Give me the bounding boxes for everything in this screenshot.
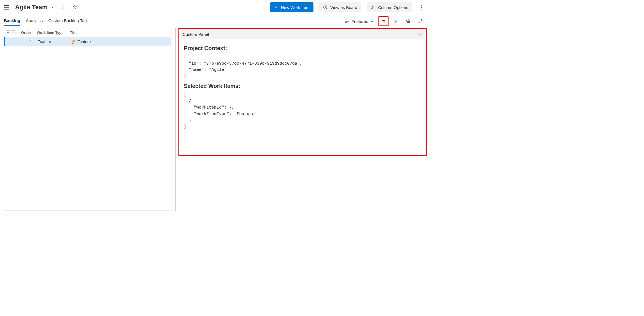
settings-button[interactable]	[403, 16, 413, 26]
grid-header-row: + − Order Work Item Type Title	[4, 28, 171, 37]
table-row[interactable]: 1 Feature 🏆Feature 1	[4, 37, 171, 46]
view-as-board-label: View as Board	[330, 5, 357, 10]
favorite-star-icon[interactable]: ☆	[61, 4, 66, 10]
tab-custom-backlog[interactable]: Custom Backlog Tab	[48, 17, 87, 26]
new-work-item-label: New Work Item	[281, 5, 310, 10]
cell-order: 1	[19, 39, 36, 44]
svg-point-15	[408, 21, 409, 22]
project-context-json: { "id": "77b7e9bc-37d0-4771-839c-919d9dd…	[184, 54, 421, 79]
expand-all-button[interactable]: +	[6, 31, 10, 35]
team-picker[interactable]: Agile Team	[15, 4, 54, 11]
backlog-level-icon	[345, 19, 349, 23]
svg-line-17	[419, 22, 420, 23]
plus-icon	[274, 5, 278, 9]
wrench-icon	[371, 5, 375, 10]
backlog-level-selector[interactable]: Features	[343, 18, 376, 25]
filter-button[interactable]	[391, 16, 401, 26]
side-panel-toggle-button[interactable]	[378, 16, 389, 26]
view-as-board-button[interactable]: View as Board	[319, 2, 361, 12]
backlog-grid-container: + − Order Work Item Type Title 1 Feature…	[0, 27, 171, 211]
close-panel-button[interactable]	[419, 32, 422, 36]
cell-title: 🏆Feature 1	[68, 39, 171, 44]
chevron-down-icon	[370, 20, 374, 23]
expand-icon	[418, 19, 423, 24]
panel-title: Custom Panel	[183, 32, 209, 37]
backlog-level-label: Features	[352, 19, 368, 24]
page-header: Agile Team ☆ New Work Item View as Board…	[0, 0, 429, 15]
team-name: Agile Team	[15, 4, 48, 11]
selected-items-json: [ { "workItemId": 7, "workItemType": "Fe…	[184, 92, 421, 130]
selected-items-heading: Selected Work Items:	[184, 83, 421, 89]
more-actions-button[interactable]	[418, 5, 426, 10]
col-header-title[interactable]: Title	[67, 31, 171, 35]
tab-analytics[interactable]: Analytics	[26, 17, 43, 26]
svg-point-11	[384, 22, 385, 22]
svg-point-1	[76, 6, 77, 7]
arrow-circle-icon	[323, 5, 327, 10]
team-members-icon[interactable]	[72, 4, 78, 10]
svg-line-16	[421, 20, 422, 21]
backlog-grid: + − Order Work Item Type Title 1 Feature…	[4, 28, 171, 211]
trophy-icon: 🏆	[71, 39, 76, 44]
gear-icon	[406, 19, 410, 24]
fullscreen-button[interactable]	[415, 16, 426, 26]
cell-title-text: Feature 1	[77, 39, 94, 44]
hamburger-menu-icon[interactable]	[4, 4, 11, 11]
backlog-tabs: Backlog Analytics Custom Backlog Tab	[4, 17, 87, 26]
svg-point-9	[383, 20, 383, 21]
filter-icon	[394, 19, 398, 24]
sub-toolbar: Backlog Analytics Custom Backlog Tab Fea…	[0, 15, 429, 27]
column-options-label: Column Options	[378, 5, 408, 10]
tab-backlog[interactable]: Backlog	[4, 17, 20, 26]
custom-panel: Custom Panel Project Context: { "id": "7…	[178, 28, 427, 156]
col-header-type[interactable]: Work Item Type	[35, 31, 67, 35]
new-work-item-button[interactable]: New Work Item	[270, 2, 313, 12]
panel-header: Custom Panel	[179, 29, 426, 39]
collapse-all-button[interactable]: −	[11, 31, 15, 35]
close-icon	[419, 32, 422, 36]
main-content: + − Order Work Item Type Title 1 Feature…	[0, 27, 429, 211]
kebab-icon	[421, 5, 422, 10]
cell-type: Feature	[36, 39, 68, 44]
side-panel-container: Custom Panel Project Context: { "id": "7…	[176, 27, 429, 211]
svg-point-4	[324, 6, 327, 9]
svg-point-0	[74, 6, 75, 7]
col-header-order[interactable]: Order	[18, 31, 35, 35]
project-context-heading: Project Context:	[184, 45, 421, 52]
panel-body: Project Context: { "id": "77b7e9bc-37d0-…	[179, 39, 426, 155]
column-options-button[interactable]: Column Options	[367, 2, 412, 12]
chevron-down-icon	[50, 5, 54, 9]
sliders-icon	[381, 19, 386, 24]
